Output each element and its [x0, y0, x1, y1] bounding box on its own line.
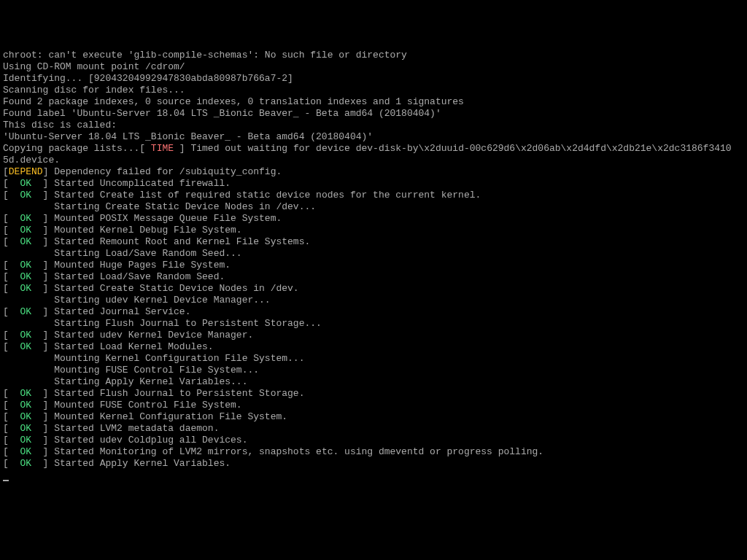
- boot-line: Mounting FUSE Control File System...: [3, 365, 744, 376]
- boot-text-segment: ] Started Monitoring of LVM2 mirrors, sn…: [31, 446, 543, 457]
- boot-text-segment: [: [3, 400, 20, 411]
- boot-text-segment: Identifying... [92043204992947830abda809…: [3, 73, 293, 84]
- boot-text-segment: Starting udev Kernel Device Manager...: [3, 295, 271, 306]
- boot-text-segment: [: [3, 423, 20, 434]
- boot-text-segment: [: [3, 306, 20, 317]
- boot-text-segment: OK: [20, 458, 31, 469]
- boot-text-segment: [: [3, 341, 20, 352]
- boot-line: [ OK ] Started LVM2 metadata daemon.: [3, 423, 744, 435]
- boot-line: [ OK ] Mounted Kernel Debug File System.: [3, 225, 744, 236]
- boot-text-segment: OK: [20, 213, 31, 224]
- boot-text-segment: ] Mounted FUSE Control File System.: [31, 400, 242, 411]
- boot-line: [ OK ] Mounted Kernel Configuration File…: [3, 411, 744, 423]
- boot-text-segment: [: [3, 283, 20, 294]
- boot-line: [ OK ] Started Journal Service.: [3, 306, 744, 318]
- terminal-output: chroot: can't execute 'glib-compile-sche…: [3, 50, 744, 481]
- boot-line: Copying package lists...[ TIME ] Timed o…: [3, 143, 744, 155]
- boot-text-segment: [: [3, 446, 20, 457]
- boot-text-segment: OK: [20, 330, 31, 341]
- boot-text-segment: ] Started Uncomplicated firewall.: [31, 178, 231, 189]
- boot-line: Starting Load/Save Random Seed...: [3, 248, 744, 260]
- boot-text-segment: ] Started Load/Save Random Seed.: [31, 271, 225, 282]
- boot-text-segment: OK: [20, 388, 31, 399]
- boot-line: [ OK ] Started udev Kernel Device Manage…: [3, 330, 744, 341]
- cursor-line: [3, 470, 744, 481]
- boot-line: [ OK ] Started udev Coldplug all Devices…: [3, 435, 744, 446]
- boot-text-segment: OK: [20, 446, 31, 457]
- boot-text-segment: [: [3, 435, 20, 446]
- boot-text-segment: Starting Apply Kernel Variables...: [3, 376, 247, 387]
- boot-text-segment: OK: [20, 190, 31, 201]
- boot-line: Scanning disc for index files...: [3, 85, 744, 96]
- boot-text-segment: DEPEND: [9, 166, 43, 177]
- boot-line: Identifying... [92043204992947830abda809…: [3, 73, 744, 85]
- boot-line: Starting Create Static Device Nodes in /…: [3, 201, 744, 213]
- boot-text-segment: [: [3, 330, 20, 341]
- boot-text-segment: [: [3, 388, 20, 399]
- boot-text-segment: Copying package lists...[: [3, 143, 151, 154]
- boot-text-segment: OK: [20, 411, 31, 422]
- boot-text-segment: OK: [20, 306, 31, 317]
- boot-text-segment: OK: [20, 341, 31, 352]
- boot-text-segment: [: [3, 236, 20, 247]
- boot-text-segment: [: [3, 225, 20, 236]
- boot-text-segment: ] Mounted Huge Pages File System.: [31, 260, 231, 271]
- boot-text-segment: OK: [20, 236, 31, 247]
- boot-line: 5d.device.: [3, 155, 744, 166]
- boot-text-segment: 5d.device.: [3, 155, 60, 166]
- boot-text-segment: ] Started Journal Service.: [31, 306, 190, 317]
- boot-line: [ OK ] Mounted Huge Pages File System.: [3, 260, 744, 271]
- boot-text-segment: OK: [20, 260, 31, 271]
- boot-text-segment: Scanning disc for index files...: [3, 85, 185, 96]
- boot-text-segment: OK: [20, 271, 31, 282]
- boot-text-segment: Using CD-ROM mount point /cdrom/: [3, 61, 185, 72]
- boot-text-segment: ] Mounted POSIX Message Queue File Syste…: [31, 213, 282, 224]
- boot-text-segment: ] Started udev Coldplug all Devices.: [31, 435, 247, 446]
- boot-text-segment: [: [3, 178, 20, 189]
- boot-text-segment: ] Started Flush Journal to Persistent St…: [31, 388, 304, 399]
- boot-line: [ OK ] Started Remount Root and Kernel F…: [3, 236, 744, 248]
- boot-text-segment: ] Timed out waiting for device dev-disk-…: [174, 143, 732, 154]
- boot-text-segment: ] Started Apply Kernel Variables.: [31, 458, 231, 469]
- boot-line: [ OK ] Started Create list of required s…: [3, 190, 744, 201]
- boot-text-segment: Mounting Kernel Configuration File Syste…: [3, 353, 304, 364]
- boot-line: [ OK ] Started Uncomplicated firewall.: [3, 178, 744, 190]
- boot-line: [ OK ] Started Apply Kernel Variables.: [3, 458, 744, 470]
- boot-text-segment: OK: [20, 435, 31, 446]
- boot-text-segment: Starting Flush Journal to Persistent Sto…: [3, 318, 322, 329]
- boot-text-segment: Found 2 package indexes, 0 source indexe…: [3, 96, 464, 107]
- boot-text-segment: [: [3, 411, 20, 422]
- boot-text-segment: Mounting FUSE Control File System...: [3, 365, 259, 376]
- boot-text-segment: ] Started LVM2 metadata daemon.: [31, 423, 219, 434]
- boot-line: [ OK ] Started Flush Journal to Persiste…: [3, 388, 744, 400]
- boot-text-segment: [: [3, 260, 20, 271]
- boot-line: Found label 'Ubuntu-Server 18.04 LTS _Bi…: [3, 108, 744, 120]
- boot-text-segment: This disc is called:: [3, 120, 117, 131]
- boot-text-segment: TIME: [151, 143, 174, 154]
- boot-line: Starting udev Kernel Device Manager...: [3, 295, 744, 306]
- boot-text-segment: Starting Load/Save Random Seed...: [3, 248, 242, 259]
- boot-text-segment: Found label 'Ubuntu-Server 18.04 LTS _Bi…: [3, 108, 441, 119]
- boot-text-segment: ] Started Remount Root and Kernel File S…: [31, 236, 310, 247]
- boot-line: 'Ubuntu-Server 18.04 LTS _Bionic Beaver_…: [3, 131, 744, 143]
- boot-text-segment: OK: [20, 423, 31, 434]
- boot-line: Mounting Kernel Configuration File Syste…: [3, 353, 744, 365]
- boot-text-segment: ] Started Load Kernel Modules.: [31, 341, 214, 352]
- boot-text-segment: ] Mounted Kernel Configuration File Syst…: [31, 411, 287, 422]
- boot-text-segment: [: [3, 190, 20, 201]
- boot-text-segment: ] Mounted Kernel Debug File System.: [31, 225, 242, 236]
- boot-line: [ OK ] Started Load/Save Random Seed.: [3, 271, 744, 283]
- boot-text-segment: ] Dependency failed for /subiquity_confi…: [43, 166, 282, 177]
- boot-text-segment: OK: [20, 400, 31, 411]
- boot-text-segment: 'Ubuntu-Server 18.04 LTS _Bionic Beaver_…: [3, 131, 373, 142]
- boot-text-segment: [: [3, 213, 20, 224]
- boot-line: [ OK ] Started Monitoring of LVM2 mirror…: [3, 446, 744, 458]
- boot-text-segment: [: [3, 458, 20, 469]
- boot-text-segment: Starting Create Static Device Nodes in /…: [3, 201, 316, 212]
- boot-line: Starting Apply Kernel Variables...: [3, 376, 744, 388]
- boot-line: [DEPEND] Dependency failed for /subiquit…: [3, 166, 744, 178]
- boot-text-segment: ] Started udev Kernel Device Manager.: [31, 330, 253, 341]
- boot-text-segment: OK: [20, 225, 31, 236]
- boot-text-segment: ] Started Create Static Device Nodes in …: [31, 283, 299, 294]
- boot-text-segment: [: [3, 271, 20, 282]
